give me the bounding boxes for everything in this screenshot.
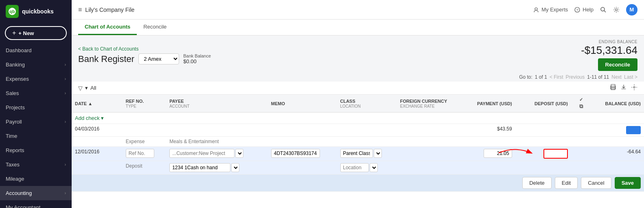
sidebar-item-payroll[interactable]: Payroll › bbox=[0, 115, 72, 129]
col-header-foreign[interactable]: FOREIGN CURRENCY EXCHANGE RATE bbox=[397, 95, 464, 113]
page-range: 1-11 of 11 bbox=[587, 74, 609, 80]
payee-input[interactable] bbox=[169, 149, 234, 158]
row1-payment: $43.59 bbox=[464, 124, 515, 137]
deposit-highlighted-box[interactable] bbox=[543, 149, 568, 159]
sidebar-item-time-label: Time bbox=[6, 133, 66, 139]
logo-text: quickbooks bbox=[22, 8, 54, 15]
row1-memo bbox=[268, 124, 337, 137]
row1-account: Meals & Entertainment bbox=[166, 137, 268, 147]
sidebar-item-my-accountant[interactable]: My Accountant bbox=[0, 200, 72, 208]
back-to-chart-link[interactable]: < Back to Chart of Accounts bbox=[78, 46, 211, 52]
chevron-right-icon: › bbox=[65, 162, 66, 167]
edit-button[interactable]: Edit bbox=[555, 177, 578, 189]
reconcile-button[interactable]: Reconcile bbox=[598, 58, 637, 71]
active-row-class-cell[interactable] bbox=[337, 147, 397, 161]
sidebar-item-projects-label: Projects bbox=[6, 104, 66, 111]
svg-point-7 bbox=[616, 9, 618, 11]
sidebar-item-accounting[interactable]: Accounting › bbox=[0, 186, 72, 200]
row1-balance2 bbox=[591, 137, 644, 147]
svg-text:?: ? bbox=[576, 8, 578, 12]
sidebar-logo: qb quickbooks bbox=[0, 0, 72, 23]
cancel-button[interactable]: Cancel bbox=[581, 177, 611, 189]
sidebar-item-expenses[interactable]: Expenses › bbox=[0, 72, 72, 86]
print-icon[interactable] bbox=[610, 84, 616, 92]
active-edit-row-top: 12/01/2016 bbox=[72, 147, 644, 161]
delete-button[interactable]: Delete bbox=[522, 177, 552, 189]
chevron-right-icon: › bbox=[65, 191, 66, 195]
svg-point-5 bbox=[601, 7, 605, 11]
col-header-deposit[interactable]: DEPOSIT (USD) bbox=[515, 95, 571, 113]
sidebar-item-payroll-label: Payroll bbox=[6, 119, 65, 125]
copy-icon[interactable]: ⧉ bbox=[579, 103, 583, 110]
sidebar-item-sales[interactable]: Sales › bbox=[0, 86, 72, 100]
active-row-location-cell[interactable] bbox=[337, 161, 397, 175]
col-header-date[interactable]: DATE ▲ bbox=[72, 95, 123, 113]
add-check-button[interactable]: Add check ▾ bbox=[75, 115, 104, 121]
col-header-balance[interactable]: BALANCE (USD) bbox=[591, 95, 644, 113]
new-button[interactable]: + + New bbox=[5, 26, 67, 40]
row1-class bbox=[337, 124, 397, 137]
active-row-account-cell[interactable] bbox=[166, 161, 268, 175]
refno-input[interactable] bbox=[126, 149, 154, 158]
goto-label: Go to: bbox=[519, 74, 532, 80]
col-header-refno[interactable]: REF NO. TYPE bbox=[123, 95, 166, 113]
last-page-link: Last > bbox=[624, 74, 637, 80]
location-input[interactable] bbox=[340, 163, 369, 172]
tab-chart-of-accounts[interactable]: Chart of Accounts bbox=[78, 20, 137, 35]
filter-icon[interactable]: ▽ bbox=[78, 85, 83, 91]
chevron-right-icon: › bbox=[65, 62, 66, 67]
location-dropdown[interactable] bbox=[370, 163, 378, 172]
save-button[interactable]: Save bbox=[615, 177, 641, 189]
active-row-deposit-cell[interactable] bbox=[515, 147, 571, 161]
col-header-payee[interactable]: PAYEE ACCOUNT bbox=[166, 95, 268, 113]
chevron-right-icon: › bbox=[65, 77, 66, 81]
sidebar-item-mileage[interactable]: Mileage bbox=[0, 172, 72, 186]
user-avatar[interactable]: M bbox=[626, 4, 637, 15]
col-header-check[interactable]: ✓ ⧉ bbox=[571, 95, 591, 113]
active-row-payee-cell[interactable] bbox=[166, 147, 268, 161]
class-input[interactable] bbox=[340, 149, 373, 158]
active-row-type-cell: Deposit bbox=[123, 161, 166, 175]
new-button-label: + New bbox=[18, 30, 34, 36]
register-header: < Back to Chart of Accounts Bank Registe… bbox=[72, 35, 644, 73]
tab-reconcile[interactable]: Reconcile bbox=[137, 20, 173, 35]
sidebar-item-taxes[interactable]: Taxes › bbox=[0, 157, 72, 172]
sidebar-item-dashboard[interactable]: Dashboard bbox=[0, 43, 72, 58]
bank-balance-info: Bank Balance $0.00 bbox=[183, 53, 211, 64]
svg-point-2 bbox=[535, 8, 537, 10]
payee-dropdown[interactable] bbox=[235, 149, 243, 158]
add-check-row: Add check ▾ bbox=[72, 113, 644, 124]
account-input[interactable] bbox=[169, 163, 230, 172]
tabs-bar: Chart of Accounts Reconcile bbox=[72, 20, 644, 35]
transactions-table: DATE ▲ REF NO. TYPE PAYEE ACCOUNT bbox=[72, 95, 644, 192]
search-icon[interactable] bbox=[600, 7, 607, 13]
sidebar-item-reports[interactable]: Reports bbox=[0, 143, 72, 157]
active-row-memo-cell[interactable] bbox=[268, 147, 337, 161]
svg-line-6 bbox=[604, 11, 606, 12]
filter-dropdown[interactable]: ▾ bbox=[85, 85, 88, 91]
help-link[interactable]: ? Help bbox=[574, 7, 594, 13]
account-select[interactable]: 2 Amex bbox=[138, 53, 179, 64]
row1-check2 bbox=[571, 137, 591, 147]
sidebar-item-time[interactable]: Time bbox=[0, 129, 72, 143]
sidebar-item-projects[interactable]: Projects bbox=[0, 100, 72, 115]
hamburger-icon[interactable]: ≡ bbox=[78, 6, 82, 13]
filter-label: All bbox=[90, 85, 96, 91]
row1-type-date bbox=[72, 137, 123, 147]
bank-balance-value: $0.00 bbox=[183, 58, 211, 64]
col-header-memo[interactable]: MEMO bbox=[268, 95, 337, 113]
next-page-link: Next bbox=[611, 74, 622, 80]
active-row-refno-cell[interactable] bbox=[123, 147, 166, 161]
my-experts-link[interactable]: My Experts bbox=[533, 7, 568, 13]
sidebar-item-banking[interactable]: Banking › bbox=[0, 58, 72, 72]
column-settings-icon[interactable] bbox=[631, 84, 637, 92]
account-dropdown[interactable] bbox=[231, 163, 239, 172]
settings-icon[interactable] bbox=[613, 7, 620, 13]
memo-input[interactable] bbox=[271, 149, 320, 158]
col-header-payment[interactable]: PAYMENT (USD) bbox=[464, 95, 515, 113]
class-dropdown[interactable] bbox=[374, 149, 382, 158]
col-header-class[interactable]: CLASS LOCATION bbox=[337, 95, 397, 113]
active-row-bottom-balance bbox=[591, 161, 644, 175]
sidebar-item-sales-label: Sales bbox=[6, 90, 65, 96]
export-icon[interactable] bbox=[620, 84, 627, 92]
